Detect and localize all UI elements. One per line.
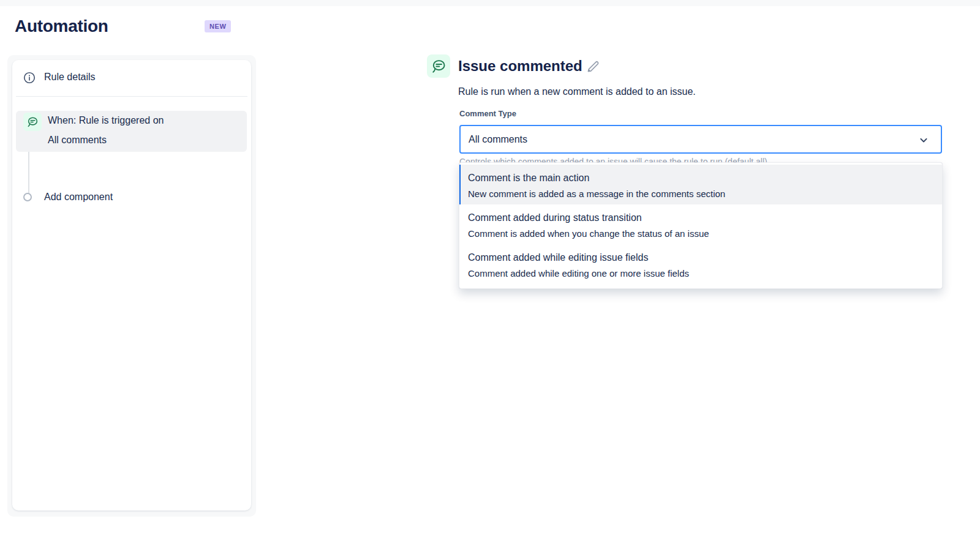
dropdown-option-editing-fields[interactable]: Comment added while editing issue fields… xyxy=(459,244,942,284)
sidebar-divider xyxy=(16,96,247,97)
comment-type-dropdown: Comment is the main action New comment i… xyxy=(459,162,943,289)
info-icon xyxy=(23,71,36,84)
dropdown-option-status-transition[interactable]: Comment added during status transition C… xyxy=(459,204,942,244)
option-description: New comment is added as a message in the… xyxy=(468,188,933,200)
option-description: Comment added while editing one or more … xyxy=(468,267,933,280)
page-title: Automation xyxy=(15,17,108,36)
new-badge: NEW xyxy=(205,20,231,32)
comment-type-label: Comment Type xyxy=(459,109,516,118)
option-title: Comment added during status transition xyxy=(468,212,933,224)
rule-details-label: Rule details xyxy=(44,72,96,83)
trigger-description: Rule is run when a new comment is added … xyxy=(458,86,696,97)
option-title: Comment added while editing issue fields xyxy=(468,252,933,264)
trigger-item-sublabel: All comments xyxy=(48,135,107,146)
option-description: Comment is added when you change the sta… xyxy=(468,228,933,240)
comment-type-select[interactable]: All comments xyxy=(459,125,942,154)
option-title: Comment is the main action xyxy=(468,172,933,184)
pencil-icon xyxy=(585,59,601,75)
edit-title-button[interactable] xyxy=(585,59,601,75)
empty-circle-icon xyxy=(23,193,32,201)
comment-bubble-icon xyxy=(427,54,450,78)
sidebar-item-trigger[interactable]: When: Rule is triggered on All comments xyxy=(16,111,247,152)
top-strip xyxy=(0,0,980,6)
automation-page: Automation NEW Rule details xyxy=(0,0,980,546)
trigger-title: Issue commented xyxy=(458,58,582,75)
rule-components-card: Rule details When: Rule is triggered on … xyxy=(12,60,251,510)
add-component-label: Add component xyxy=(44,192,113,203)
trigger-item-label: When: Rule is triggered on xyxy=(48,115,164,126)
chevron-down-icon xyxy=(918,134,930,146)
dropdown-option-main-action[interactable]: Comment is the main action New comment i… xyxy=(459,165,942,204)
selected-value: All comments xyxy=(469,134,527,145)
comment-bubble-icon xyxy=(23,113,42,131)
sidebar-item-rule-details[interactable]: Rule details xyxy=(17,66,246,91)
rule-components-panel: Rule details When: Rule is triggered on … xyxy=(7,55,256,517)
sidebar-item-add-component[interactable]: Add component xyxy=(17,187,246,209)
